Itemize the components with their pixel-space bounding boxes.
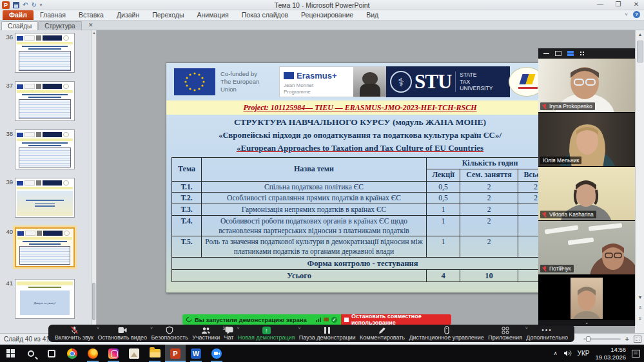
new-share-button[interactable]: ↑ Новая демонстрация ˅ bbox=[238, 326, 295, 341]
windows-taskbar: P W ∧ УКР 14:5619.03.2026 bbox=[0, 345, 644, 362]
thumbnail-slide-38[interactable]: 38 bbox=[3, 129, 75, 169]
language-indicator[interactable]: УКР bbox=[578, 350, 590, 357]
taskbar-firefox[interactable] bbox=[83, 345, 103, 362]
desktop-screen: P ↶ ↻ ▾ Тема 10 - Microsoft PowerPoint —… bbox=[0, 0, 644, 362]
taskbar-search-button[interactable] bbox=[21, 345, 41, 362]
task-view-button[interactable] bbox=[41, 345, 62, 362]
taskbar-word[interactable]: W bbox=[186, 345, 206, 362]
participant-video-1[interactable]: Iryna Prokopenko bbox=[538, 59, 635, 113]
participant-video-3[interactable]: Viktoria Kasharina bbox=[538, 167, 635, 221]
zoom-slider[interactable] bbox=[583, 338, 621, 340]
stop-icon bbox=[344, 318, 349, 322]
zoom-slider-handle[interactable] bbox=[586, 336, 590, 342]
ribbon-tab-home[interactable]: Главная bbox=[34, 10, 72, 20]
fit-to-window-icon[interactable] bbox=[634, 336, 641, 343]
ribbon-tab-file[interactable]: Файл bbox=[3, 10, 34, 20]
pane-close-icon[interactable]: ✕ bbox=[88, 22, 93, 28]
phone-icon bbox=[185, 316, 192, 323]
thumbnail-slide-36[interactable]: 36 bbox=[3, 33, 75, 73]
ribbon-tab-view[interactable]: Вид bbox=[360, 10, 385, 20]
taskbar-chrome[interactable] bbox=[62, 345, 83, 362]
stop-share-button[interactable]: Остановить совместное использование bbox=[341, 314, 451, 325]
thumbnail-slide-41[interactable]: 41 Дякую за увагу! bbox=[3, 279, 75, 319]
share-status-text: Вы запустили демонстрацию экрана bbox=[195, 316, 307, 323]
ribbon-tab-animations[interactable]: Анимация bbox=[190, 10, 235, 20]
table-row: Т.3.Гармонізація непрямих податків в кра… bbox=[172, 204, 554, 216]
ribbon-tab-insert[interactable]: Вставка bbox=[72, 10, 110, 20]
remote-control-button[interactable]: Дистанционное управление bbox=[409, 326, 483, 341]
camera-icon bbox=[118, 327, 127, 334]
maximize-button[interactable]: ❐ bbox=[613, 1, 623, 8]
thumbnail-slide-39[interactable]: 39 bbox=[3, 178, 75, 218]
ribbon-tab-slideshow[interactable]: Показ слайдов bbox=[235, 10, 295, 20]
pause-share-button[interactable]: Пауза демонстрации bbox=[299, 326, 356, 341]
help-icon[interactable]: ? bbox=[633, 11, 640, 18]
participants-button[interactable]: 17 Участники ˅ bbox=[192, 326, 220, 341]
close-button[interactable]: ✕ bbox=[631, 1, 641, 8]
minimize-panel-icon[interactable] bbox=[543, 53, 549, 54]
scroll-up-icon[interactable]: ▲ bbox=[92, 31, 97, 35]
minimize-button[interactable]: — bbox=[595, 1, 605, 8]
more-button[interactable]: ••• Дополнительно bbox=[526, 326, 568, 341]
chat-button[interactable]: Чат ˅ bbox=[224, 326, 234, 341]
participant-name-label: Юлія Мельник bbox=[540, 157, 581, 164]
slide-41-preview: Дякую за увагу! bbox=[15, 279, 75, 319]
ribbon-tab-transitions[interactable]: Переходы bbox=[146, 10, 190, 20]
col-header-hours: Кількість годин bbox=[427, 158, 554, 169]
taskbar-clock[interactable]: 14:5619.03.2026 bbox=[595, 346, 626, 360]
ribbon-tab-design[interactable]: Дизайн bbox=[110, 10, 146, 20]
powerpoint-icon: P bbox=[170, 348, 181, 359]
strip-view-icon[interactable] bbox=[567, 51, 574, 56]
camera-mini-icon bbox=[324, 318, 329, 321]
taskbar-powerpoint-active[interactable]: P bbox=[165, 345, 186, 362]
tab-outline[interactable]: Структура bbox=[38, 21, 81, 30]
zoom-in-icon[interactable]: + bbox=[625, 335, 629, 343]
thumbnail-slide-37[interactable]: 37 bbox=[3, 81, 75, 121]
scrollbar-thumb[interactable] bbox=[92, 283, 95, 320]
participant-video-2[interactable]: Юлія Мельник bbox=[538, 113, 635, 167]
scroll-up-icon[interactable]: ▲ bbox=[636, 30, 644, 39]
col-header-seminars: Сем. заняття bbox=[460, 169, 518, 181]
ribbon-tab-review[interactable]: Рецензирование bbox=[295, 10, 360, 20]
taskbar-explorer[interactable] bbox=[144, 345, 165, 362]
taskbar-instagram[interactable] bbox=[103, 345, 124, 362]
folder-icon bbox=[150, 349, 161, 357]
slide-canvas[interactable]: Co-funded byThe EuropeanUnion Erasmus+ J… bbox=[166, 62, 554, 293]
previous-slide-icon[interactable]: » bbox=[636, 303, 644, 312]
eu-cofunded-text: Co-funded byThe EuropeanUnion bbox=[220, 70, 259, 93]
thumbnail-slide-40-selected[interactable]: 40 bbox=[3, 227, 75, 267]
muted-mic-icon bbox=[543, 212, 547, 218]
tray-expand-icon[interactable]: ∧ bbox=[554, 350, 558, 356]
participant-video-4[interactable]: Потійчук bbox=[538, 221, 635, 275]
taskbar-zoom[interactable] bbox=[206, 345, 227, 362]
next-slide-icon[interactable]: » bbox=[636, 314, 644, 323]
slide-title-line1: СТРУКТУРА НАВЧАЛЬНОГО КУРСУ (модуль ЖАНА… bbox=[166, 116, 554, 129]
slide-number: 41 bbox=[3, 279, 13, 319]
thumbnail-scrollbar[interactable]: ▲ ▼ bbox=[91, 30, 96, 333]
speaker-view-icon[interactable] bbox=[555, 51, 561, 56]
pause-icon bbox=[324, 326, 331, 334]
taskbar-photos[interactable] bbox=[124, 345, 144, 362]
participant-name-label: Viktoria Kasharina bbox=[540, 211, 596, 218]
ribbon-expand-icon[interactable]: ˅ bbox=[625, 12, 628, 17]
annotate-button[interactable]: Комментировать bbox=[360, 326, 405, 341]
table-row: Т.2.Особливості справляння прямих податк… bbox=[172, 193, 554, 204]
editor-vertical-scrollbar[interactable]: ▲ ▼ » » bbox=[635, 30, 644, 333]
scroll-down-icon[interactable]: ▼ bbox=[636, 293, 644, 302]
tab-slides[interactable]: Слайды bbox=[1, 21, 38, 30]
video-panel-controls bbox=[538, 48, 635, 59]
chat-icon bbox=[225, 327, 233, 334]
action-center-icon[interactable] bbox=[632, 350, 640, 357]
stop-video-button[interactable]: Остановить видео ˅ bbox=[97, 326, 147, 341]
slide-37-preview bbox=[15, 81, 75, 121]
apps-button[interactable]: Приложения ˅ bbox=[488, 326, 522, 341]
gallery-view-icon[interactable] bbox=[580, 51, 585, 57]
participant-video-5[interactable] bbox=[538, 275, 635, 320]
security-button[interactable]: Безопасность bbox=[151, 326, 188, 341]
start-button[interactable] bbox=[0, 345, 21, 362]
unmute-button[interactable]: Включить звук ˅ bbox=[55, 326, 93, 341]
participant-video-frame bbox=[571, 278, 603, 319]
scrollbar-thumb[interactable] bbox=[637, 41, 643, 62]
collapse-videos-icon[interactable]: ⌄ bbox=[538, 320, 635, 326]
speaker-icon[interactable] bbox=[563, 350, 572, 357]
